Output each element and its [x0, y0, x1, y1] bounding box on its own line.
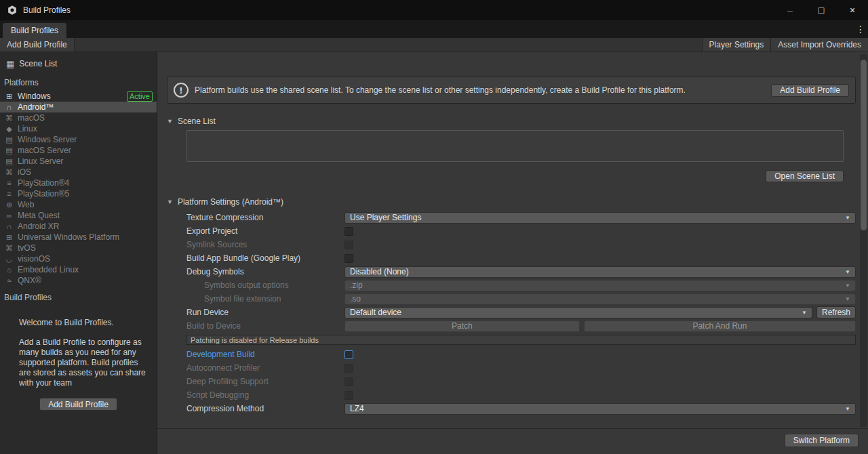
- export-project-label: Export Project: [186, 226, 344, 236]
- add-build-profile-banner-button[interactable]: Add Build Profile: [771, 84, 849, 97]
- banner-text: Platform builds use the shared scene lis…: [195, 85, 765, 95]
- add-build-profile-toolbar-button[interactable]: Add Build Profile: [0, 38, 75, 51]
- platform-settings-foldout[interactable]: ▼ Platform Settings (Android™): [167, 197, 856, 207]
- setting-symlink-sources: Symlink Sources: [186, 238, 856, 251]
- sidebar-item-platform[interactable]: ⌘ tvOS: [0, 243, 157, 253]
- patch-disabled-notice: Patching is disabled for Release builds: [186, 335, 856, 345]
- setting-symbols-output-options: Symbols output options .zip▼: [186, 278, 856, 292]
- build-profiles-header: Build Profiles: [0, 286, 157, 306]
- platform-label: PlayStation®5: [18, 189, 69, 199]
- vertical-scrollbar[interactable]: [860, 54, 867, 427]
- sidebar-item-platform[interactable]: ◆ Linux: [0, 123, 157, 134]
- tab-build-profiles[interactable]: Build Profiles: [3, 23, 66, 38]
- development-build-checkbox[interactable]: [344, 350, 353, 359]
- build-app-bundle-checkbox[interactable]: [344, 254, 353, 263]
- welcome-title: Welcome to Build Profiles.: [19, 318, 147, 328]
- setting-build-app-bundle: Build App Bundle (Google Play): [186, 251, 856, 265]
- player-settings-button[interactable]: Player Settings: [702, 38, 771, 51]
- sidebar-item-platform[interactable]: ⌘ macOS: [0, 112, 157, 123]
- sidebar-item-platform[interactable]: ▤ Linux Server: [0, 156, 157, 167]
- platform-icon: ◆: [4, 125, 14, 133]
- platform-label: Embedded Linux: [18, 265, 79, 274]
- platform-icon: ≡: [4, 190, 14, 198]
- sidebar-item-platform[interactable]: ⊞ Universal Windows Platform: [0, 232, 157, 243]
- sidebar-item-platform[interactable]: ∞ Meta Quest: [0, 210, 157, 221]
- platform-icon: ⌘: [4, 114, 14, 123]
- compression-method-dropdown[interactable]: LZ4▼: [344, 403, 856, 415]
- platform-settings-title: Platform Settings (Android™): [178, 197, 283, 207]
- symlink-sources-label: Symlink Sources: [186, 240, 344, 249]
- debug-symbols-value: Disabled (None): [350, 267, 409, 276]
- texture-compression-value: Use Player Settings: [350, 213, 421, 222]
- run-device-dropdown[interactable]: Default device▼: [344, 307, 812, 318]
- add-build-profile-sidebar-button[interactable]: Add Build Profile: [39, 398, 117, 411]
- run-device-label: Run Device: [186, 308, 344, 317]
- chevron-down-icon: ▼: [845, 269, 850, 275]
- platform-label: tvOS: [18, 243, 36, 253]
- platform-icon: ▤: [4, 157, 14, 166]
- platform-icon: ▤: [4, 136, 14, 144]
- symlink-sources-checkbox: [344, 241, 353, 249]
- debug-symbols-label: Debug Symbols: [186, 267, 344, 276]
- foldout-triangle-icon: ▼: [167, 199, 173, 205]
- sidebar-item-platform[interactable]: ≡ PlayStation®4: [0, 178, 157, 188]
- platform-icon: ⊞: [4, 233, 14, 242]
- platform-label: macOS Server: [18, 146, 71, 155]
- sidebar-item-platform[interactable]: ⌂ Embedded Linux: [0, 264, 157, 275]
- setting-build-to-device: Build to Device Patch Patch And Run: [186, 319, 856, 333]
- compression-method-label: Compression Method: [186, 404, 344, 413]
- sidebar-item-platform[interactable]: ⊕ Web: [0, 199, 157, 210]
- sidebar-item-platform[interactable]: ≈ QNX®: [0, 275, 157, 286]
- close-button[interactable]: ×: [837, 0, 868, 20]
- chevron-down-icon: ▼: [845, 215, 850, 221]
- export-project-checkbox[interactable]: [344, 227, 353, 236]
- sidebar-item-platform[interactable]: ◡ visionOS: [0, 253, 157, 264]
- sidebar-item-platform[interactable]: ⊞ Windows Active: [0, 91, 157, 102]
- autoconnect-profiler-checkbox: [344, 364, 353, 373]
- platform-icon: ∩: [4, 103, 14, 111]
- platform-label: Linux: [18, 124, 37, 133]
- platform-label: visionOS: [18, 254, 50, 264]
- sidebar-item-scene-list[interactable]: ▦ Scene List: [0, 56, 157, 71]
- texture-compression-dropdown[interactable]: Use Player Settings▼: [344, 212, 856, 224]
- sidebar-item-platform[interactable]: ▤ Windows Server: [0, 134, 157, 145]
- open-scene-list-button[interactable]: Open Scene List: [766, 170, 844, 182]
- refresh-button[interactable]: Refresh: [816, 306, 856, 318]
- script-debugging-checkbox: [344, 391, 353, 400]
- setting-deep-profiling: Deep Profiling Support: [186, 375, 856, 388]
- platform-label: Windows Server: [18, 135, 77, 144]
- sidebar-item-platform[interactable]: ▤ macOS Server: [0, 145, 157, 156]
- platforms-header: Platforms: [0, 71, 157, 91]
- setting-debug-symbols: Debug Symbols Disabled (None)▼: [186, 265, 856, 278]
- platform-label: Universal Windows Platform: [18, 232, 119, 242]
- maximize-button[interactable]: □: [806, 0, 837, 20]
- content: ▦ Scene List Platforms ⊞ Windows Active …: [0, 52, 868, 454]
- patch-and-run-button: Patch And Run: [584, 321, 856, 332]
- scene-list-box[interactable]: [186, 130, 844, 162]
- setting-development-build: Development Build: [186, 348, 856, 361]
- sidebar-item-platform[interactable]: ∩ Android™: [0, 102, 157, 112]
- kebab-menu-icon[interactable]: ⋮: [853, 20, 868, 38]
- asset-import-overrides-button[interactable]: Asset Import Overrides: [770, 38, 868, 51]
- sidebar-item-platform[interactable]: ∩ Android XR: [0, 221, 157, 232]
- build-to-device-label: Build to Device: [186, 321, 344, 331]
- sidebar-item-platform[interactable]: ⌘ iOS: [0, 167, 157, 178]
- scrollbar-thumb[interactable]: [861, 60, 867, 230]
- scene-list-foldout[interactable]: ▼ Scene List: [167, 117, 856, 126]
- symbols-output-options-dropdown: .zip▼: [344, 280, 856, 291]
- sidebar-item-platform[interactable]: ≡ PlayStation®5: [0, 188, 157, 199]
- info-icon: !: [174, 83, 189, 98]
- platform-label: Android™: [18, 102, 54, 112]
- chevron-down-icon: ▼: [845, 406, 850, 412]
- scene-list-icon: ▦: [6, 59, 14, 69]
- build-profiles-window: Build Profiles – □ × Build Profiles ⋮ Ad…: [0, 0, 868, 454]
- active-badge: Active: [127, 91, 153, 102]
- switch-platform-button[interactable]: Switch Platform: [785, 434, 859, 447]
- platform-icon: ≈: [4, 276, 14, 285]
- chevron-down-icon: ▼: [802, 310, 807, 316]
- setting-run-device: Run Device Default device▼ Refresh: [186, 306, 856, 319]
- platform-label: PlayStation®4: [18, 178, 69, 188]
- compression-method-value: LZ4: [350, 404, 364, 413]
- minimize-button[interactable]: –: [774, 0, 806, 20]
- debug-symbols-dropdown[interactable]: Disabled (None)▼: [344, 266, 856, 278]
